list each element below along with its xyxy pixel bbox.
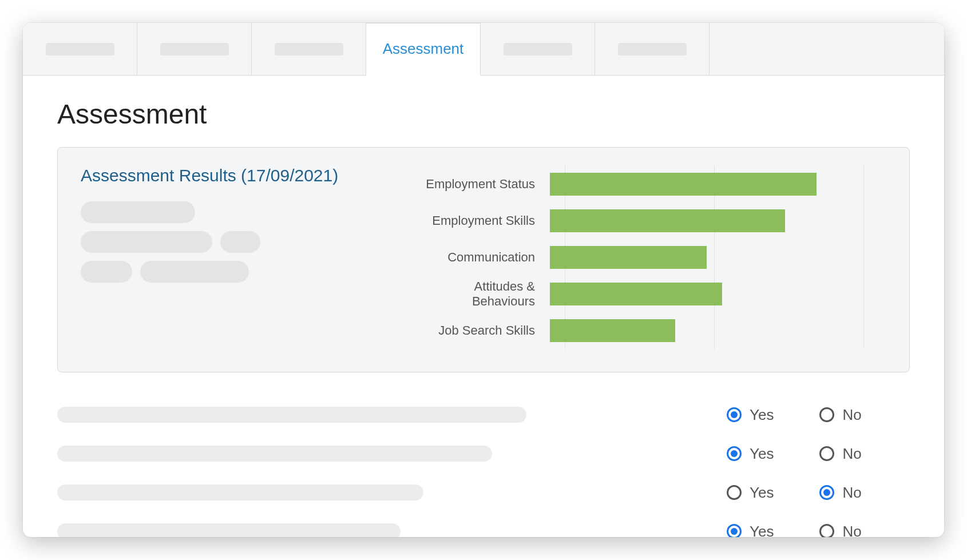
tab-bar: Assessment (23, 23, 944, 76)
radio-option-yes[interactable]: Yes (727, 523, 774, 538)
tab-placeholder (618, 43, 687, 55)
placeholder-pill (81, 201, 195, 223)
radio-icon (727, 446, 742, 461)
tab-placeholder (504, 43, 572, 55)
radio-option-yes[interactable]: Yes (727, 406, 774, 424)
answer-options: YesNo (692, 406, 910, 424)
radio-option-yes[interactable]: Yes (727, 445, 774, 463)
results-panel-left: Assessment Results (17/09/2021) (81, 166, 401, 349)
chart-row: Employment Skills (413, 202, 863, 239)
chart-bar (550, 209, 785, 232)
radio-option-no[interactable]: No (819, 484, 861, 502)
question-text-placeholder (57, 407, 526, 423)
answer-options: YesNo (692, 484, 910, 502)
chart-bar (550, 173, 817, 196)
radio-option-no[interactable]: No (819, 523, 861, 538)
placeholder-pill (220, 231, 260, 253)
question-text-placeholder (57, 523, 401, 537)
question-text-placeholder (57, 484, 423, 501)
tab-1[interactable] (137, 23, 252, 75)
radio-icon (819, 524, 834, 537)
chart-category-label: Employment Status (413, 177, 550, 192)
radio-label: No (842, 406, 861, 424)
chart-bar (550, 283, 722, 305)
radio-label: No (842, 523, 861, 538)
radio-icon (727, 524, 742, 537)
radio-option-no[interactable]: No (819, 406, 861, 424)
radio-icon (819, 485, 834, 500)
chart-bar (550, 246, 707, 269)
answer-options: YesNo (692, 523, 910, 538)
chart-row: Job Search Skills (413, 312, 863, 349)
content-area: Assessment Assessment Results (17/09/202… (23, 76, 944, 537)
results-panel-title: Assessment Results (17/09/2021) (81, 166, 401, 185)
tab-label: Assessment (383, 40, 464, 58)
chart-row: Attitudes & Behaviours (413, 276, 863, 312)
placeholder-pill (81, 261, 132, 283)
radio-label: Yes (750, 445, 774, 463)
tab-placeholder (46, 43, 114, 55)
placeholder-pill (140, 261, 249, 283)
radio-label: Yes (750, 484, 774, 502)
question-row: YesNo (57, 434, 910, 473)
chart-track (550, 209, 863, 232)
chart-category-label: Job Search Skills (413, 323, 550, 338)
app-window: Assessment Assessment Assessment Results… (23, 23, 944, 537)
page-title: Assessment (57, 98, 910, 130)
chart-track (550, 246, 863, 269)
chart-category-label: Attitudes & Behaviours (413, 279, 550, 309)
radio-label: Yes (750, 406, 774, 424)
chart-track (550, 173, 863, 196)
chart-category-label: Communication (413, 250, 550, 265)
chart-category-label: Employment Skills (413, 213, 550, 228)
results-panel: Assessment Results (17/09/2021) Employme… (57, 147, 910, 372)
tab-placeholder (160, 43, 229, 55)
radio-label: No (842, 445, 861, 463)
tab-placeholder (275, 43, 343, 55)
chart-bar (550, 319, 675, 342)
chart-track (550, 283, 863, 305)
radio-option-yes[interactable]: Yes (727, 484, 774, 502)
radio-label: No (842, 484, 861, 502)
radio-icon (727, 407, 742, 422)
radio-icon (819, 446, 834, 461)
tab-0[interactable] (23, 23, 137, 75)
question-text-placeholder (57, 446, 492, 462)
tab-5[interactable] (595, 23, 710, 75)
tab-4[interactable] (481, 23, 595, 75)
question-row: YesNo (57, 395, 910, 434)
radio-label: Yes (750, 523, 774, 538)
results-bar-chart: Employment StatusEmployment SkillsCommun… (413, 166, 886, 349)
chart-track (550, 319, 863, 342)
radio-icon (727, 485, 742, 500)
tab-assessment[interactable]: Assessment (366, 23, 481, 76)
radio-icon (819, 407, 834, 422)
question-row: YesNo (57, 473, 910, 512)
chart-row: Communication (413, 239, 863, 276)
answer-options: YesNo (692, 445, 910, 463)
question-row: YesNo (57, 512, 910, 537)
placeholder-pill (81, 231, 212, 253)
radio-option-no[interactable]: No (819, 445, 861, 463)
question-list: YesNoYesNoYesNoYesNo (57, 395, 910, 537)
tab-2[interactable] (252, 23, 366, 75)
chart-row: Employment Status (413, 166, 863, 202)
